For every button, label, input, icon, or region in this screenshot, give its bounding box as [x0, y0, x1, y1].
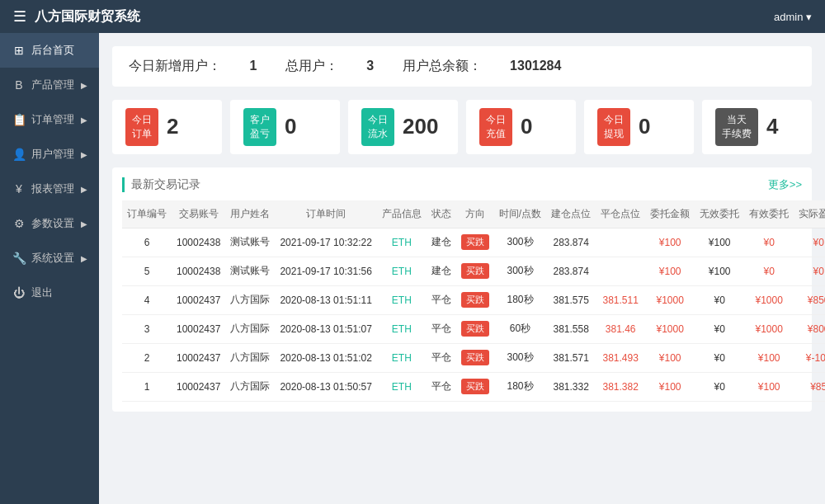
col-header: 交易账号: [172, 200, 225, 228]
table-cell: 八方国际: [225, 372, 275, 401]
topbar: ☰ 八方国际财贸系统 admin ▾: [0, 0, 825, 33]
table-cell: 平仓: [427, 314, 456, 343]
table-cell: 买跌: [456, 372, 494, 401]
table-cell: 2: [122, 343, 172, 372]
table-cell: 测试账号: [225, 228, 275, 257]
close-price: 381.511: [602, 294, 638, 306]
table-cell: 300秒: [494, 228, 546, 257]
sidebar-item-system[interactable]: 🔧 系统设置 ▶: [0, 241, 99, 276]
table-cell: 买跌: [456, 314, 494, 343]
table-cell: 10002437: [172, 314, 225, 343]
sidebar-item-reports[interactable]: ¥ 报表管理 ▶: [0, 172, 99, 206]
table-cell: 60秒: [494, 314, 546, 343]
table-cell: 381.332: [546, 372, 596, 401]
table-cell: 2020-08-13 01:51:07: [275, 314, 376, 343]
table-cell: 3: [122, 314, 172, 343]
table-cell: 10002438: [172, 228, 225, 257]
table-cell: 买跌: [456, 343, 494, 372]
table-cell: ETH: [377, 257, 427, 285]
sidebar-item-orders[interactable]: 📋 订单管理 ▶: [0, 102, 99, 137]
table-cell: 八方国际: [225, 285, 275, 314]
close-price: 381.46: [606, 323, 636, 335]
more-link[interactable]: 更多>>: [768, 177, 802, 192]
table-cell: 283.874: [546, 257, 596, 285]
app-title: 八方国际财贸系统: [35, 8, 140, 26]
col-header: 委托金额: [645, 200, 695, 228]
col-header: 时间/点数: [494, 200, 546, 228]
sidebar-label-orders: 订单管理: [31, 112, 74, 127]
balance-stat: 用户总余额： 1301284: [403, 59, 562, 73]
table-cell: ¥100: [645, 228, 695, 257]
table-cell: ¥0: [695, 343, 744, 372]
direction-tag: 买跌: [461, 234, 489, 250]
table-cell: 381.511: [596, 285, 645, 314]
table-cell: ¥100: [645, 343, 695, 372]
direction-tag: 买跌: [461, 350, 489, 365]
new-users-stat: 今日新增用户： 1: [129, 59, 261, 73]
table-cell: 6: [122, 228, 172, 257]
trade-table: 订单编号交易账号用户姓名订单时间产品信息状态方向时间/点数建仓点位平仓点位委托金…: [122, 200, 825, 402]
table-cell: ETH: [377, 343, 427, 372]
table-cell: ¥0: [695, 314, 744, 343]
sidebar-item-params[interactable]: ⚙ 参数设置 ▶: [0, 206, 99, 241]
table-cell: ¥1000: [744, 314, 794, 343]
table-cell: 4: [122, 285, 172, 314]
main-content: 今日新增用户： 1 总用户： 3 用户总余额： 1301284 今日 订单 2 …: [99, 33, 825, 504]
card-today_order: 今日 订单 2: [112, 100, 222, 154]
table-cell: ¥0: [695, 372, 744, 401]
table-cell: 2020-08-13 01:51:02: [275, 343, 376, 372]
card-value-today_flow: 200: [403, 114, 438, 139]
table-section: 最新交易记录 更多>> 订单编号交易账号用户姓名订单时间产品信息状态方向时间/点…: [112, 167, 812, 412]
admin-menu[interactable]: admin ▾: [774, 11, 812, 23]
sidebar-label-system: 系统设置: [31, 251, 74, 266]
topbar-left: ☰ 八方国际财贸系统: [13, 7, 140, 26]
table-cell: ¥100: [645, 257, 695, 285]
col-header: 订单时间: [275, 200, 376, 228]
table-cell: 平仓: [427, 343, 456, 372]
card-value-today_recharge: 0: [521, 114, 532, 139]
products-icon: B: [12, 78, 26, 92]
table-cell: ¥85: [794, 372, 825, 401]
table-cell: 381.558: [546, 314, 596, 343]
table-cell: 平仓: [427, 285, 456, 314]
card-today_flow: 今日 流水 200: [348, 100, 458, 154]
sidebar-item-products[interactable]: B 产品管理 ▶: [0, 68, 99, 102]
table-cell: ¥100: [645, 372, 695, 401]
table-cell: 2021-09-17 10:32:22: [275, 228, 376, 257]
table-cell: 八方国际: [225, 314, 275, 343]
table-cell: 1: [122, 372, 172, 401]
table-cell: 381.571: [546, 343, 596, 372]
table-cell: ETH: [377, 314, 427, 343]
table-cell: 300秒: [494, 257, 546, 285]
direction-tag: 买跌: [461, 263, 489, 279]
table-cell: ¥1000: [645, 285, 695, 314]
table-cell: [596, 257, 645, 285]
table-cell: 10002437: [172, 285, 225, 314]
table-cell: 180秒: [494, 372, 546, 401]
table-cell: 2020-08-13 01:50:57: [275, 372, 376, 401]
col-header: 状态: [427, 200, 456, 228]
cards-row: 今日 订单 2 客户 盈亏 0 今日 流水 200 今日 充值 0 今日 提现 …: [112, 100, 812, 154]
table-cell: 5: [122, 257, 172, 285]
table-cell: 建仓: [427, 228, 456, 257]
table-cell: 381.493: [596, 343, 645, 372]
sidebar-item-dashboard[interactable]: ⊞ 后台首页: [0, 33, 99, 68]
col-header: 方向: [456, 200, 494, 228]
card-today_recharge: 今日 充值 0: [466, 100, 576, 154]
sidebar-item-logout[interactable]: ⏻ 退出: [0, 276, 99, 310]
table-cell: ¥100: [695, 228, 744, 257]
sidebar-item-users[interactable]: 👤 用户管理 ▶: [0, 137, 99, 172]
table-cell: ¥100: [695, 257, 744, 285]
close-price: 381.382: [602, 381, 638, 393]
arrow-icon: ▶: [81, 254, 87, 263]
card-client_profit: 客户 盈亏 0: [230, 100, 340, 154]
table-cell: ¥0: [744, 228, 794, 257]
table-cell: 买跌: [456, 285, 494, 314]
col-header: 实际盈亏: [794, 200, 825, 228]
users-icon: 👤: [12, 147, 26, 162]
menu-toggle[interactable]: ☰: [13, 7, 26, 26]
table-cell: 180秒: [494, 285, 546, 314]
orders-icon: 📋: [12, 112, 26, 127]
card-value-today_withdraw: 0: [639, 114, 650, 139]
table-cell: ¥0: [744, 257, 794, 285]
